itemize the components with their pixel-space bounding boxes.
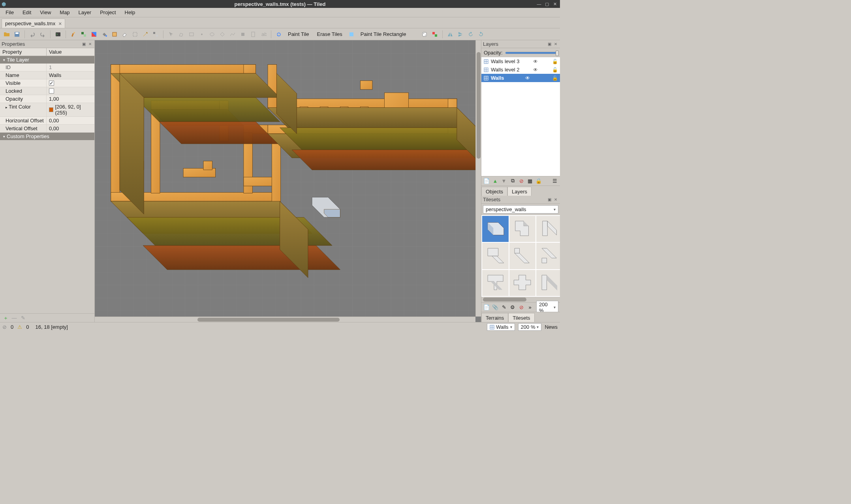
rotate-left-button[interactable] bbox=[466, 30, 475, 39]
tile-5[interactable] bbox=[536, 243, 560, 269]
menu-view[interactable]: View bbox=[36, 9, 55, 16]
menu-help[interactable]: Help bbox=[121, 9, 139, 16]
maximize-button[interactable]: ▢ bbox=[544, 1, 550, 7]
lock-button[interactable]: 🔒 bbox=[535, 177, 542, 184]
menu-layer[interactable]: Layer bbox=[75, 9, 96, 16]
redo-button[interactable] bbox=[38, 30, 47, 39]
visibility-toggle-icon[interactable]: 👁 bbox=[533, 59, 539, 64]
tab-objects[interactable]: Objects bbox=[481, 187, 507, 196]
remove-property-button[interactable]: — bbox=[11, 315, 17, 321]
command-button[interactable] bbox=[54, 30, 62, 39]
move-up-button[interactable]: ▲ bbox=[492, 177, 499, 184]
new-tileset-button[interactable]: 📄 bbox=[483, 304, 490, 311]
dynamic-wrap-button[interactable]: » bbox=[526, 304, 534, 311]
shape-fill-button[interactable] bbox=[110, 30, 119, 39]
menu-map[interactable]: Map bbox=[56, 9, 73, 16]
other-layers-button[interactable]: ☰ bbox=[551, 177, 558, 184]
show-hide-button[interactable]: ▦ bbox=[526, 177, 534, 184]
close-icon[interactable]: × bbox=[58, 22, 62, 26]
property-group-tile-layer[interactable]: ▾Tile Layer bbox=[0, 56, 94, 64]
lock-toggle-icon[interactable]: 🔓 bbox=[552, 67, 558, 73]
tab-terrains[interactable]: Terrains bbox=[481, 313, 508, 322]
canvas-scrollbar-vertical[interactable] bbox=[475, 40, 481, 317]
tileset-properties-button[interactable]: ⚙ bbox=[509, 304, 516, 311]
save-button[interactable] bbox=[13, 30, 21, 39]
add-property-button[interactable]: ＋ bbox=[2, 315, 9, 321]
edit-polygons-button[interactable] bbox=[177, 30, 186, 39]
menu-project[interactable]: Project bbox=[96, 9, 120, 16]
warning-icon[interactable]: ⚠ bbox=[17, 324, 22, 330]
insert-polyline-button[interactable] bbox=[228, 30, 237, 39]
move-down-button[interactable]: ▼ bbox=[500, 177, 507, 184]
prop-voff-value[interactable]: 0,00 bbox=[47, 125, 94, 132]
prop-name-value[interactable]: Walls bbox=[47, 71, 94, 79]
close-icon[interactable]: ✕ bbox=[553, 41, 558, 47]
tile-8[interactable] bbox=[536, 270, 560, 296]
close-icon[interactable]: ✕ bbox=[553, 197, 558, 202]
edit-tileset-button[interactable]: ✎ bbox=[500, 304, 507, 311]
lock-toggle-icon[interactable]: 🔓 bbox=[552, 59, 558, 64]
insert-rect-button[interactable] bbox=[187, 30, 196, 39]
tile-3[interactable] bbox=[482, 243, 509, 269]
layer-item-selected[interactable]: Walls 👁 🔓 bbox=[481, 74, 560, 82]
tile-2[interactable] bbox=[536, 216, 560, 242]
tab-layers[interactable]: Layers bbox=[507, 187, 532, 196]
undock-icon[interactable]: ▣ bbox=[547, 197, 552, 202]
erase-tiles-label[interactable]: Erase Tiles bbox=[314, 30, 345, 38]
eraser-button[interactable] bbox=[120, 30, 129, 39]
visibility-toggle-icon[interactable]: 👁 bbox=[533, 67, 539, 73]
insert-template-button[interactable] bbox=[249, 30, 257, 39]
open-button[interactable] bbox=[2, 30, 11, 39]
menu-file[interactable]: File bbox=[2, 9, 18, 16]
delete-tileset-button[interactable]: ⊘ bbox=[518, 304, 525, 311]
property-group-custom[interactable]: ▾Custom Properties bbox=[0, 133, 94, 140]
undock-icon[interactable]: ▣ bbox=[547, 41, 552, 47]
minimize-button[interactable]: — bbox=[536, 1, 542, 7]
tile-6[interactable] bbox=[482, 270, 509, 296]
rect-select-button[interactable] bbox=[131, 30, 139, 39]
checkbox-icon[interactable] bbox=[49, 88, 54, 94]
insert-tile-button[interactable] bbox=[239, 30, 247, 39]
insert-ellipse-button[interactable] bbox=[208, 30, 216, 39]
wang-brush-button[interactable] bbox=[90, 30, 98, 39]
tileset-selector[interactable]: perspective_walls ▾ bbox=[483, 205, 558, 214]
bucket-fill-button[interactable] bbox=[100, 30, 109, 39]
flip-h-button[interactable] bbox=[446, 30, 455, 39]
embed-tileset-button[interactable]: 📎 bbox=[492, 304, 499, 311]
paint-tile-label[interactable]: Paint Tile bbox=[285, 30, 312, 38]
tile-1[interactable] bbox=[509, 216, 536, 242]
document-tab[interactable]: perspective_walls.tmx × bbox=[2, 19, 65, 28]
prop-visible-value[interactable]: ✓ bbox=[47, 79, 94, 87]
undock-icon[interactable]: ▣ bbox=[81, 41, 86, 47]
prop-tint-value[interactable]: [206, 92, 0] (255) bbox=[47, 103, 94, 116]
new-layer-button[interactable]: 📄 bbox=[483, 177, 490, 184]
duplicate-layer-button[interactable]: ⧉ bbox=[509, 177, 516, 184]
insert-point-button[interactable] bbox=[197, 30, 206, 39]
paint-rect-icon[interactable] bbox=[347, 30, 356, 39]
layer-item[interactable]: Walls level 3 👁 🔓 bbox=[481, 57, 560, 66]
undo-button[interactable] bbox=[28, 30, 37, 39]
zoom-combo[interactable]: 200 % ▾ bbox=[518, 323, 542, 331]
visibility-toggle-icon[interactable]: 👁 bbox=[525, 75, 531, 81]
random-mode-button[interactable] bbox=[420, 30, 429, 39]
news-button[interactable]: News bbox=[545, 324, 558, 330]
current-layer-combo[interactable]: Walls ▾ bbox=[487, 323, 515, 331]
edit-property-button[interactable]: ✎ bbox=[20, 315, 26, 321]
lock-toggle-icon[interactable]: 🔓 bbox=[552, 75, 558, 81]
prop-locked-value[interactable] bbox=[47, 87, 94, 95]
magic-wand-button[interactable] bbox=[141, 30, 150, 39]
select-objects-button[interactable] bbox=[167, 30, 175, 39]
error-icon[interactable]: ⊘ bbox=[2, 324, 7, 330]
select-same-button[interactable] bbox=[151, 30, 160, 39]
canvas-scrollbar-horizontal[interactable] bbox=[95, 317, 475, 322]
wang-fill-button[interactable] bbox=[430, 30, 439, 39]
tile-0-selected[interactable] bbox=[482, 216, 509, 242]
reload-button[interactable] bbox=[274, 30, 283, 39]
tile-grid[interactable] bbox=[481, 215, 560, 297]
checkbox-icon[interactable]: ✓ bbox=[49, 81, 54, 86]
delete-layer-button[interactable]: ⊘ bbox=[518, 177, 525, 184]
rotate-right-button[interactable] bbox=[477, 30, 485, 39]
prop-hoff-value[interactable]: 0,00 bbox=[47, 117, 94, 124]
stamp-brush-button[interactable] bbox=[69, 30, 78, 39]
terrain-brush-button[interactable] bbox=[79, 30, 88, 39]
